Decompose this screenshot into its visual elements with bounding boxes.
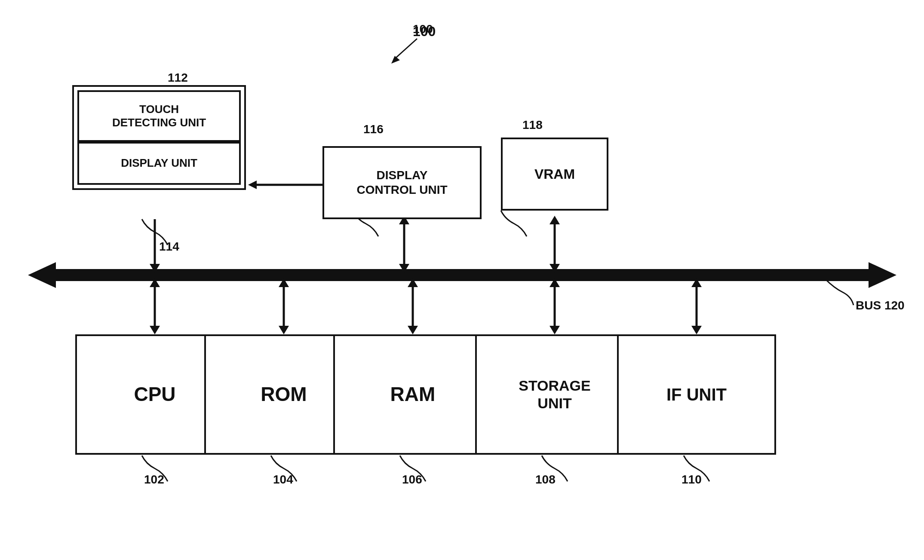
ref-104: 104 (273, 473, 293, 487)
svg-marker-19 (691, 326, 702, 334)
svg-marker-9 (279, 278, 289, 287)
ref-112: 112 (168, 71, 188, 85)
vram-box: VRAM (501, 138, 608, 211)
bus-label: BUS 120 (856, 299, 905, 312)
svg-marker-1 (391, 56, 400, 64)
svg-marker-29 (248, 181, 257, 189)
display-unit-box: DISPLAY UNIT (77, 142, 241, 185)
touch-detecting-unit-box: TOUCHDETECTING UNIT (77, 90, 241, 142)
if-unit-box: IF UNIT (617, 334, 776, 455)
svg-marker-18 (691, 278, 702, 287)
svg-marker-7 (150, 326, 160, 334)
ref-108: 108 (535, 473, 556, 487)
ref-114: 114 (159, 240, 179, 254)
ref-116: 116 (363, 122, 384, 136)
svg-marker-24 (549, 264, 560, 272)
svg-marker-6 (150, 278, 160, 287)
svg-marker-13 (408, 326, 418, 334)
svg-marker-16 (549, 326, 560, 334)
ref-110: 110 (681, 473, 702, 487)
svg-marker-12 (408, 278, 418, 287)
svg-marker-15 (549, 278, 560, 287)
diagram: 100 (0, 0, 924, 560)
diagram-svg (0, 0, 924, 560)
svg-marker-27 (150, 264, 160, 272)
display-control-unit-box: DISPLAYCONTROL UNIT (322, 146, 482, 219)
ref-118: 118 (522, 118, 543, 132)
ref-102: 102 (144, 473, 164, 487)
svg-marker-10 (279, 326, 289, 334)
ram-box: RAM (333, 334, 492, 455)
ref-100-label: 100 (413, 24, 436, 40)
storage-unit-box: STORAGEUNIT (475, 334, 634, 455)
ref-106: 106 (402, 473, 422, 487)
svg-marker-4 (869, 262, 896, 288)
svg-marker-25 (549, 216, 560, 224)
svg-marker-3 (28, 262, 56, 288)
svg-marker-21 (399, 264, 409, 272)
svg-line-0 (396, 39, 417, 58)
